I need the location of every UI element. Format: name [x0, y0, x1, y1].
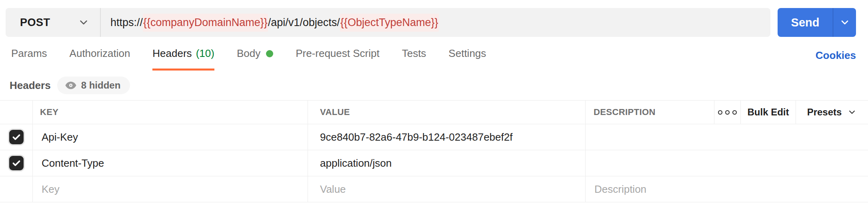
- tab-headers[interactable]: Headers (10): [152, 47, 214, 71]
- url-input[interactable]: https://{{companyDomainName}}/api/v1/obj…: [101, 8, 770, 37]
- tab-settings[interactable]: Settings: [448, 47, 486, 71]
- send-button[interactable]: Send: [778, 8, 833, 37]
- key-cell[interactable]: Api-Key: [33, 124, 308, 150]
- more-actions-icon: [718, 110, 737, 115]
- chevron-down-icon: [78, 16, 90, 28]
- url-bar: POST https://{{companyDomainName}}/api/v…: [6, 8, 770, 37]
- method-dropdown[interactable]: POST: [6, 8, 101, 37]
- column-header-description: DESCRIPTION: [586, 101, 714, 124]
- url-variable: {{companyDomainName}}: [143, 14, 268, 32]
- request-bar: POST https://{{companyDomainName}}/api/v…: [6, 8, 856, 37]
- headers-count-badge: (10): [196, 47, 214, 60]
- cookies-link[interactable]: Cookies: [816, 49, 856, 71]
- value-input-placeholder[interactable]: Value: [308, 176, 586, 202]
- tab-pre-request-script[interactable]: Pre-request Script: [296, 47, 380, 71]
- description-input-placeholder[interactable]: Description: [586, 176, 868, 202]
- chevron-down-icon: [847, 107, 857, 117]
- tab-authorization[interactable]: Authorization: [70, 47, 130, 71]
- row-checkbox-checked[interactable]: [9, 156, 24, 170]
- value-cell[interactable]: application/json: [308, 150, 586, 176]
- headers-section-title: Headers: [10, 79, 51, 92]
- column-header-key: KEY: [33, 101, 308, 124]
- table-header-row: KEY VALUE DESCRIPTION Bulk Edit Presets: [0, 100, 868, 124]
- headers-table: KEY VALUE DESCRIPTION Bulk Edit Presets …: [0, 100, 868, 202]
- header-row-api-key: Api-Key 9ce840b7-82a6-47b9-b124-023487eb…: [0, 124, 868, 150]
- row-checkbox-checked[interactable]: [9, 130, 24, 144]
- column-header-value: VALUE: [308, 101, 586, 124]
- url-variable: {{ObjectTypeName}}: [340, 14, 439, 32]
- request-tabs: Params Authorization Headers (10) Body P…: [0, 47, 868, 71]
- send-options-button[interactable]: [833, 8, 856, 37]
- header-row-content-type: Content-Type application/json: [0, 150, 868, 176]
- tab-tests[interactable]: Tests: [402, 47, 426, 71]
- eye-icon: [65, 81, 76, 89]
- tab-params[interactable]: Params: [11, 47, 47, 71]
- body-content-dot-icon: [266, 50, 273, 57]
- value-cell[interactable]: 9ce840b7-82a6-47b9-b124-023487ebef2f: [308, 124, 586, 150]
- method-label: POST: [20, 16, 50, 29]
- url-segment: /api/v1/objects/: [268, 16, 340, 29]
- key-cell[interactable]: Content-Type: [33, 150, 308, 176]
- chevron-down-icon: [839, 17, 850, 28]
- presets-dropdown[interactable]: Presets: [796, 101, 868, 124]
- select-all-column-header: [0, 101, 33, 124]
- header-row-empty: Key Value Description: [0, 176, 868, 202]
- bulk-edit-button[interactable]: Bulk Edit: [741, 101, 796, 124]
- hidden-headers-label: 8 hidden: [81, 80, 121, 91]
- more-actions-button[interactable]: [714, 101, 741, 124]
- description-cell[interactable]: [586, 124, 868, 150]
- key-input-placeholder[interactable]: Key: [33, 176, 308, 202]
- toggle-hidden-headers-button[interactable]: 8 hidden: [57, 77, 130, 94]
- tab-body[interactable]: Body: [237, 47, 273, 71]
- send-button-group: Send: [778, 8, 856, 37]
- headers-section-header: Headers 8 hidden: [0, 77, 868, 94]
- description-cell[interactable]: [586, 150, 868, 176]
- url-segment: https://: [110, 16, 143, 29]
